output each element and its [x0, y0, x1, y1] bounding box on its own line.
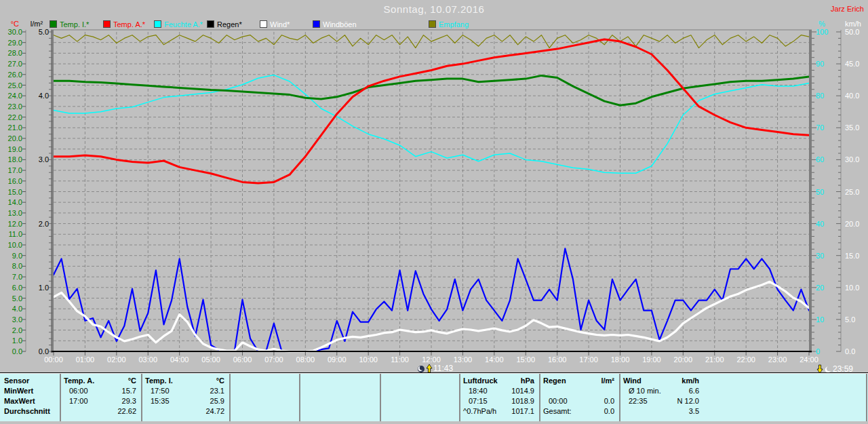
axis-tick-label: 5.0 [0, 28, 49, 36]
time-tick-label: 19:00 [642, 356, 661, 364]
axis-tick-label: 10.0 [0, 242, 22, 249]
axis-tick-label: 50.0 [845, 28, 859, 36]
time-tick-label: 09:00 [328, 356, 347, 364]
arrow-up-icon [426, 364, 433, 373]
axis-tick-label: 10.0 [845, 284, 859, 292]
table-row-label: Sensor [4, 377, 29, 385]
axis-tick-label: 35.0 [845, 124, 859, 132]
table-col-unit: km/h [623, 377, 699, 385]
table-value-cell: 23.1 [161, 387, 224, 396]
table-value-cell: 22.62 [80, 407, 136, 416]
time-tick-label: 11:00 [391, 356, 409, 364]
table-separator [459, 374, 460, 421]
table-value-cell: 15.7 [80, 387, 136, 396]
time-tick-label: 02:00 [107, 356, 126, 364]
time-tick-label: 21:00 [705, 356, 724, 364]
time-tick-label: 23:00 [768, 356, 787, 364]
axis-tick-label: 50 [816, 189, 824, 196]
axis-tick-label: 15.0 [0, 189, 22, 196]
axis-tick-label: 9.0 [0, 252, 22, 260]
axis-tick-label: 11.0 [0, 231, 22, 238]
table-separator [539, 374, 540, 421]
axis-tick-label: 60 [816, 156, 824, 163]
axis-tick-label: 70 [816, 124, 824, 132]
axis-tick-label: 21.0 [0, 124, 22, 132]
table-row-label: MinWert [4, 387, 33, 396]
axis-tick-label: 40 [816, 220, 824, 228]
time-tick-label: 17:00 [579, 356, 598, 364]
axis-tick-label: 23.0 [0, 103, 22, 111]
plot-border-right [809, 30, 812, 353]
time-tick-label: 16:00 [548, 356, 567, 364]
axis-tick-label: 10 [816, 316, 824, 324]
time-tick-label: 20:00 [674, 356, 693, 364]
axis-tick-label: 0.0 [0, 348, 49, 355]
axis-tick-label: 0.0 [845, 348, 855, 355]
table-value-cell: 29.3 [80, 397, 136, 406]
table-value-cell: 1017.1 [479, 407, 534, 416]
axis-tick-label: 90 [816, 60, 824, 68]
axis-tick-label: 2.0 [0, 220, 49, 228]
table-value-cell: 1018.9 [479, 397, 534, 406]
x-axis-line [51, 351, 812, 352]
table-separator [866, 374, 867, 421]
table-separator [60, 374, 61, 421]
table-value-cell: 1014.9 [479, 387, 534, 396]
axis-tick-label: 100 [816, 28, 828, 36]
table-separator [380, 374, 381, 421]
table-value-cell: 6.6 [639, 387, 699, 396]
time-tick-label: 18:00 [611, 356, 630, 364]
moonrise-marker: 11:43 [417, 364, 453, 373]
axis-tick-label: 45.0 [845, 60, 859, 68]
axis-tick-label: 14.0 [0, 199, 22, 206]
time-tick-label: 12:00 [422, 356, 441, 364]
axis-tick-label: 20.0 [845, 220, 859, 228]
axis-tick-label: 80 [816, 92, 824, 100]
table-col-unit: hPa [463, 377, 534, 385]
table-value-cell: 0.0 [559, 397, 614, 406]
table-row-label: Durchschnitt [4, 407, 50, 416]
axis-tick-label: 4.0 [0, 92, 49, 100]
axis-tick-label: 19.0 [0, 146, 22, 153]
axis-tick-label: 40.0 [845, 92, 859, 100]
axis-tick-label: 15.0 [845, 252, 859, 260]
time-tick-label: 14:00 [485, 356, 504, 364]
axis-tick-label: 5.0 [845, 316, 855, 324]
axis-tick-label: 4.0 [0, 305, 22, 313]
table-separator [619, 374, 620, 421]
time-tick-label: 15:00 [516, 356, 535, 364]
time-tick-label: 04:00 [170, 356, 189, 364]
axis-tick-label: 3.0 [0, 156, 49, 163]
axis-tick-label: 22.0 [0, 114, 22, 121]
time-tick-label: 01:00 [76, 356, 95, 364]
axis-tick-label: 13.0 [0, 210, 22, 217]
axis-tick-label: 30.0 [845, 156, 859, 163]
table-col-unit: °C [64, 377, 136, 385]
time-tick-label: 06:00 [233, 356, 252, 364]
table-col-unit: °C [145, 377, 224, 385]
axis-tick-label: 0 [816, 348, 820, 355]
moonrise-time: 11:43 [433, 364, 453, 373]
axis-tick-label: 20 [816, 284, 824, 292]
table-separator [229, 374, 231, 421]
axis-tick-label: 3.0 [0, 316, 22, 324]
table-bottom-edge [0, 421, 868, 424]
axis-tick-label: 27.0 [0, 60, 22, 68]
axis-tick-label: 5.0 [0, 295, 22, 303]
axis-tick-label: 2.0 [0, 327, 22, 334]
axis-tick-label: 29.0 [0, 39, 22, 47]
table-value-cell: 0.0 [559, 407, 614, 416]
table-row-label: MaxWert [4, 397, 35, 406]
moon-icon [417, 364, 425, 373]
axis-tick-label: 8.0 [0, 263, 22, 270]
table-value-cell: 24.72 [161, 407, 224, 416]
axis-tick-label: 17.0 [0, 167, 22, 174]
time-tick-label: 00:00 [44, 356, 63, 364]
axis-tick-label: 20.0 [0, 135, 22, 142]
axis-tick-label: 25.0 [0, 82, 22, 90]
axis-tick-label: 7.0 [0, 273, 22, 281]
axis-tick-label: 25.0 [845, 189, 859, 196]
weather-station-app: { "header": { "title": "Sonntag, 10.07.2… [0, 0, 868, 424]
table-separator [141, 374, 142, 421]
axis-tick-label: 28.0 [0, 50, 22, 57]
